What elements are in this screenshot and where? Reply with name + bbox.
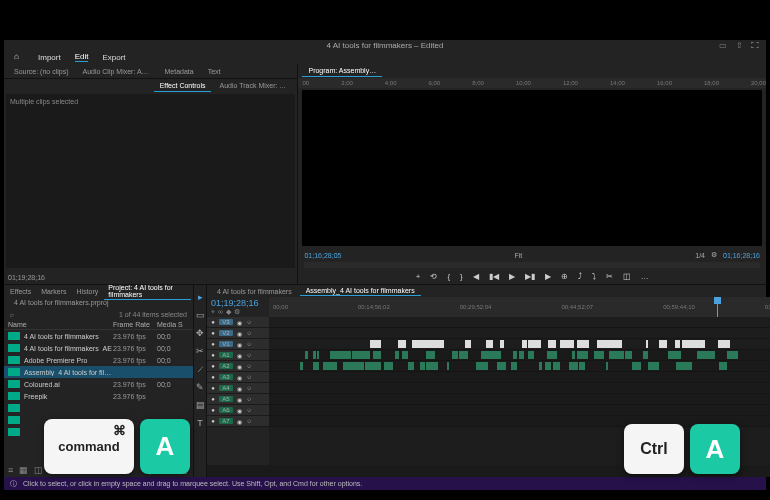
clip[interactable] bbox=[577, 351, 588, 359]
clip[interactable] bbox=[447, 362, 449, 370]
track-lock-icon[interactable]: ○ bbox=[245, 395, 253, 403]
clip[interactable] bbox=[351, 362, 358, 370]
transport-button[interactable]: ⤵ bbox=[592, 272, 596, 281]
bin-item[interactable]: Assembly_4 AI tools for filmmakers bbox=[4, 366, 193, 378]
track-mute-icon[interactable]: ◉ bbox=[235, 406, 243, 414]
marker-icon[interactable]: ◆ bbox=[226, 308, 231, 316]
clip[interactable] bbox=[555, 362, 560, 370]
tab-program[interactable]: Program: Assembly_4 AI tools for filmmak… bbox=[302, 65, 382, 77]
track-toggle-icon[interactable]: ● bbox=[209, 340, 217, 348]
tool-button[interactable]: ▭ bbox=[194, 309, 206, 321]
track-mute-icon[interactable]: ◉ bbox=[235, 373, 243, 381]
clip[interactable] bbox=[684, 362, 693, 370]
track-a5[interactable] bbox=[269, 394, 770, 405]
tool-button[interactable]: ▸ bbox=[194, 291, 206, 303]
track-v2[interactable] bbox=[269, 328, 770, 339]
track-lock-icon[interactable]: ○ bbox=[245, 417, 253, 425]
bin-item[interactable]: Adobe Premiere Pro 23.976 fps 00;0 bbox=[4, 354, 193, 366]
tool-button[interactable]: ⟋ bbox=[194, 363, 206, 375]
track-lock-icon[interactable]: ○ bbox=[245, 318, 253, 326]
clip[interactable] bbox=[420, 362, 425, 370]
clip[interactable] bbox=[572, 362, 578, 370]
col-media-start[interactable]: Media S bbox=[157, 321, 189, 328]
track-mute-icon[interactable]: ◉ bbox=[235, 395, 243, 403]
clip[interactable] bbox=[545, 362, 550, 370]
tab-audio-clip-mixer[interactable]: Audio Clip Mixer: Assembly_4 AI tools fo… bbox=[76, 66, 156, 77]
clip[interactable] bbox=[688, 340, 697, 348]
tab-effect-controls[interactable]: Effect Controls bbox=[154, 80, 212, 92]
clip[interactable] bbox=[326, 362, 337, 370]
clip[interactable] bbox=[427, 340, 436, 348]
track-toggle-icon[interactable]: ● bbox=[209, 318, 217, 326]
track-mute-icon[interactable]: ◉ bbox=[235, 384, 243, 392]
clip[interactable] bbox=[426, 362, 433, 370]
resolution-dropdown[interactable]: 1/4 bbox=[695, 252, 705, 259]
transport-button[interactable]: ▶▮ bbox=[525, 272, 535, 281]
clip[interactable] bbox=[512, 362, 516, 370]
program-timecode-left[interactable]: 01;16;28;05 bbox=[304, 252, 341, 259]
program-timecode-right[interactable]: 01;16;28;16 bbox=[723, 252, 760, 259]
clip[interactable] bbox=[486, 340, 493, 348]
timeline-tab-1[interactable]: 4 AI tools for filmmakers bbox=[211, 287, 298, 296]
fit-dropdown[interactable]: Fit bbox=[514, 252, 522, 259]
transport-button[interactable]: + bbox=[416, 272, 421, 281]
clip[interactable] bbox=[701, 351, 713, 359]
track-toggle-icon[interactable]: ● bbox=[209, 395, 217, 403]
transport-button[interactable]: ◀ bbox=[473, 272, 479, 281]
track-toggle-icon[interactable]: ● bbox=[209, 406, 217, 414]
track-toggle-icon[interactable]: ● bbox=[209, 417, 217, 425]
clip[interactable] bbox=[572, 351, 574, 359]
clip[interactable] bbox=[625, 351, 632, 359]
track-lock-icon[interactable]: ○ bbox=[245, 384, 253, 392]
timeline-ruler[interactable]: 00;0000;14;56;0200;29;52;0400;44;52;0700… bbox=[269, 297, 770, 317]
clip[interactable] bbox=[533, 340, 536, 348]
clip[interactable] bbox=[330, 351, 335, 359]
col-name[interactable]: Name bbox=[8, 321, 113, 328]
bin-item[interactable]: Freepik 23.976 fps bbox=[4, 390, 193, 402]
clip[interactable] bbox=[305, 351, 308, 359]
clip[interactable] bbox=[373, 351, 381, 359]
clip[interactable] bbox=[483, 362, 487, 370]
track-lock-icon[interactable]: ○ bbox=[245, 340, 253, 348]
clip[interactable] bbox=[465, 340, 471, 348]
clip[interactable] bbox=[668, 351, 678, 359]
clip[interactable] bbox=[718, 340, 730, 348]
program-monitor[interactable] bbox=[302, 90, 762, 246]
clip[interactable] bbox=[372, 362, 381, 370]
clip[interactable] bbox=[659, 340, 668, 348]
icon-view-icon[interactable]: ▦ bbox=[19, 465, 28, 475]
track-header-a4[interactable]: ● A4 ◉ ○ bbox=[207, 383, 269, 394]
bin-item[interactable]: 4 AI tools for filmmakers_AE 23.976 fps … bbox=[4, 342, 193, 354]
track-toggle-icon[interactable]: ● bbox=[209, 384, 217, 392]
track-lock-icon[interactable]: ○ bbox=[245, 406, 253, 414]
track-header-a1[interactable]: ● A1 ◉ ○ bbox=[207, 350, 269, 361]
clip[interactable] bbox=[606, 362, 609, 370]
clip[interactable] bbox=[408, 362, 414, 370]
share-icon[interactable]: ⇧ bbox=[734, 40, 744, 50]
clip[interactable] bbox=[500, 340, 504, 348]
linked-selection-icon[interactable]: ∞ bbox=[218, 308, 223, 316]
clip[interactable] bbox=[646, 340, 648, 348]
clip[interactable] bbox=[352, 351, 360, 359]
clip[interactable] bbox=[522, 340, 527, 348]
bin-item[interactable]: 4 AI tools for filmmakers 23.976 fps 00;… bbox=[4, 330, 193, 342]
clip[interactable] bbox=[489, 351, 499, 359]
tab-text[interactable]: Text bbox=[202, 66, 227, 77]
transport-button[interactable]: ⤴ bbox=[578, 272, 582, 281]
track-mute-icon[interactable]: ◉ bbox=[235, 362, 243, 370]
clip[interactable] bbox=[565, 340, 574, 348]
track-header-a3[interactable]: ● A3 ◉ ○ bbox=[207, 372, 269, 383]
clip[interactable] bbox=[452, 351, 458, 359]
track-header-a7[interactable]: ● A7 ◉ ○ bbox=[207, 416, 269, 427]
track-header-v3[interactable]: ● V3 ◉ ○ bbox=[207, 317, 269, 328]
timeline-tab-2[interactable]: Assembly_4 AI tools for filmmakers bbox=[300, 286, 421, 296]
timeline-timecode[interactable]: 01;19;28;16 bbox=[211, 298, 265, 308]
clip[interactable] bbox=[638, 362, 641, 370]
settings-icon[interactable]: ⚙ bbox=[234, 308, 240, 316]
home-icon[interactable]: ⌂ bbox=[14, 52, 24, 62]
workspace-edit[interactable]: Edit bbox=[75, 52, 89, 62]
track-toggle-icon[interactable]: ● bbox=[209, 362, 217, 370]
clip[interactable] bbox=[519, 351, 524, 359]
program-ruler[interactable]: 002;004;006;008;0010;0012;0014;0016;0018… bbox=[298, 78, 766, 88]
clip[interactable] bbox=[499, 362, 506, 370]
